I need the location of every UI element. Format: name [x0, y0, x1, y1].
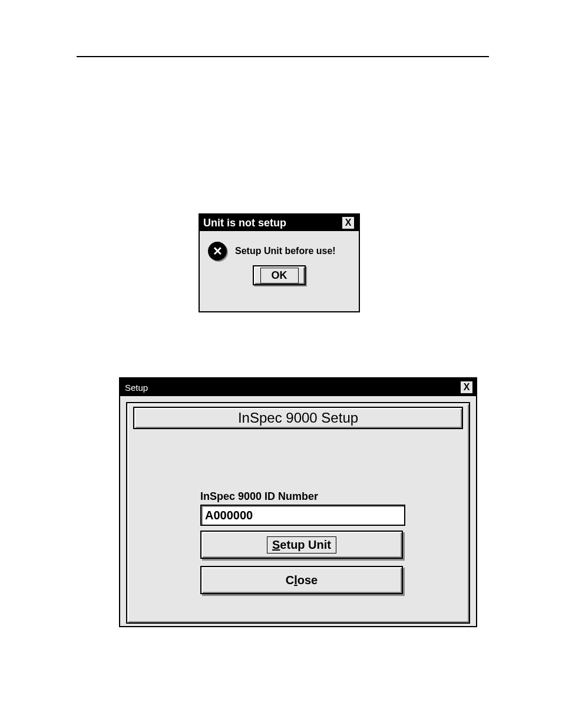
dialog-title: Unit is not setup [203, 217, 286, 229]
dialog-titlebar: Unit is not setup X [200, 215, 359, 231]
setup-unit-button[interactable]: Setup Unit [200, 531, 403, 559]
error-icon: ✕ [208, 242, 227, 261]
setup-panel: InSpec 9000 Setup InSpec 9000 ID Number … [126, 402, 470, 624]
close-button-prefix: C [286, 574, 294, 587]
close-icon[interactable]: X [459, 380, 474, 394]
setup-unit-button-label: etup Unit [280, 538, 331, 551]
setup-dialog: Setup X InSpec 9000 Setup InSpec 9000 ID… [119, 377, 477, 627]
close-button[interactable]: Close [200, 566, 403, 594]
ok-button[interactable]: OK [253, 265, 306, 285]
close-button-rest: ose [297, 574, 318, 587]
id-number-label: InSpec 9000 ID Number [200, 490, 318, 503]
id-number-input[interactable] [200, 505, 405, 526]
close-icon[interactable]: X [341, 216, 355, 230]
unit-not-setup-dialog: Unit is not setup X ✕ Setup Unit before … [199, 213, 360, 312]
setup-unit-button-accel: S [272, 538, 280, 551]
ok-button-label: OK [260, 268, 299, 284]
dialog-message: Setup Unit before use! [235, 246, 336, 256]
horizontal-rule [77, 56, 489, 57]
dialog-titlebar: Setup X [120, 378, 476, 396]
dialog-title: Setup [125, 383, 148, 393]
panel-heading: InSpec 9000 Setup [133, 407, 463, 429]
